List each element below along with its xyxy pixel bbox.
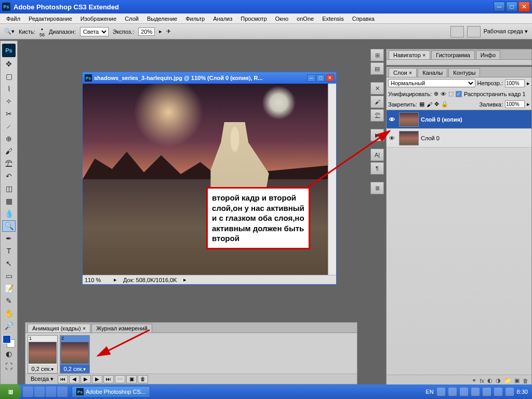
workspace-icon-button[interactable] [467, 26, 481, 37]
history-brush-tool[interactable]: ↶ [2, 170, 16, 182]
dock-tools-icon[interactable]: ✕ [370, 82, 384, 95]
new-layer-icon[interactable]: ▣ [514, 377, 520, 384]
doc-info[interactable]: Док: 508,0K/1016,0K [117, 277, 183, 283]
airbrush-icon[interactable]: ✈ [166, 28, 171, 35]
exposure-field[interactable]: 20% [138, 28, 155, 36]
ps-icon[interactable]: Ps [2, 44, 16, 57]
last-frame-button[interactable]: ⏭ [103, 375, 114, 383]
blur-tool[interactable]: 💧 [2, 208, 16, 219]
stamp-tool[interactable]: ⛱ [2, 158, 16, 169]
dock-brushes-icon[interactable]: 🖌 [370, 96, 384, 108]
prev-frame-button[interactable]: ◀ [69, 375, 79, 383]
lasso-tool[interactable]: ⌇ [2, 83, 16, 95]
frame-thumbnail[interactable] [29, 342, 57, 364]
layer-style-icon[interactable]: fx [480, 378, 484, 384]
tray-icon[interactable] [494, 388, 502, 396]
layer-mask-icon[interactable]: ◐ [487, 377, 493, 384]
menu-image[interactable]: Изображение [76, 15, 121, 23]
filebrowser-button[interactable] [450, 26, 464, 37]
wand-tool[interactable]: ✧ [2, 96, 16, 107]
eraser-tool[interactable]: ◫ [2, 183, 16, 194]
tray-icon[interactable] [448, 388, 457, 396]
first-frame-button[interactable]: ⏮ [58, 375, 68, 383]
tab-navigator[interactable]: Навигатор × [389, 50, 430, 59]
foreground-color[interactable] [3, 335, 11, 343]
tab-paths[interactable]: Контуры [448, 68, 480, 77]
layer-thumbnail[interactable] [399, 131, 419, 145]
quicklaunch-icon[interactable] [57, 387, 68, 397]
type-tool[interactable]: T [2, 245, 16, 257]
delete-layer-icon[interactable]: 🗑 [523, 378, 528, 384]
animation-frame[interactable]: 1 0,2 сек.▾ [28, 335, 58, 374]
notes-tool[interactable]: 📝 [2, 283, 16, 294]
workspace-dropdown[interactable]: Рабочая среда ▾ [484, 28, 528, 35]
dodge-tool[interactable]: 🔍 [2, 220, 16, 232]
fill-field[interactable] [505, 100, 525, 108]
tray-icon[interactable] [506, 388, 514, 396]
menu-view[interactable]: Просмотр [236, 15, 271, 23]
close-button[interactable]: ✕ [518, 2, 530, 12]
tab-animation[interactable]: Анимация (кадры) × [28, 324, 90, 332]
propagate-checkbox[interactable]: ✓ [456, 91, 462, 97]
lock-all-icon[interactable]: 🔒 [441, 101, 448, 108]
group-icon[interactable]: 📁 [504, 377, 511, 384]
layer-row[interactable]: 👁 Слой 0 [387, 129, 531, 148]
new-frame-button[interactable]: ▣ [126, 375, 137, 383]
start-button[interactable]: ⊞ [0, 384, 21, 399]
lock-pixels-icon[interactable]: 🖌 [427, 101, 432, 108]
lock-transparent-icon[interactable]: ▦ [419, 101, 424, 108]
tab-histogram[interactable]: Гистограмма [431, 50, 475, 59]
healing-tool[interactable]: ⊕ [2, 133, 16, 144]
range-select[interactable]: Света [80, 27, 109, 36]
tab-channels[interactable]: Каналы [418, 68, 447, 77]
quicklaunch-icon[interactable] [23, 387, 33, 397]
menu-edit[interactable]: Редактирование [24, 15, 76, 23]
unify-position-icon[interactable]: ⊕ [434, 90, 438, 97]
layer-name[interactable]: Слой 0 [421, 135, 440, 141]
tray-icon[interactable] [483, 388, 491, 396]
next-frame-button[interactable]: ▶ [92, 375, 102, 383]
menu-analysis[interactable]: Анализ [209, 15, 236, 23]
exposure-arrow-icon[interactable]: ▸ [159, 28, 162, 35]
opacity-field[interactable] [505, 79, 525, 87]
tab-info[interactable]: Инфо [476, 50, 500, 59]
language-indicator[interactable]: EN [425, 389, 433, 395]
maximize-button[interactable]: □ [506, 2, 517, 12]
doc-maximize-button[interactable]: □ [316, 74, 325, 82]
tween-button[interactable]: ⋯ [115, 375, 125, 383]
layer-row[interactable]: 👁 Слой 0 (копия) [387, 110, 531, 129]
zoom-field[interactable]: 110 % [83, 277, 114, 283]
tray-icon[interactable] [460, 388, 468, 396]
dock-clone-icon[interactable]: ⛱ [370, 109, 384, 122]
gradient-tool[interactable]: ▦ [2, 195, 16, 207]
blend-mode-select[interactable]: Нормальный [388, 79, 475, 87]
color-swatches[interactable] [3, 335, 15, 348]
opacity-arrow-icon[interactable]: ▸ [527, 80, 530, 87]
doc-minimize-button[interactable]: ─ [307, 74, 315, 82]
dock-color-icon[interactable]: ▤ [370, 62, 384, 75]
pen-tool[interactable]: ✒ [2, 233, 16, 244]
lock-position-icon[interactable]: ✥ [434, 101, 439, 108]
loop-select[interactable]: Всегда ▾ [28, 376, 57, 382]
path-select-tool[interactable]: ↖ [2, 258, 16, 269]
brush-preset[interactable]: •56 [39, 26, 45, 37]
frame-thumbnail[interactable] [61, 342, 89, 364]
minimize-button[interactable]: ─ [494, 2, 505, 12]
delete-frame-button[interactable]: 🗑 [138, 375, 148, 383]
docinfo-arrow-icon[interactable]: ▸ [183, 276, 187, 283]
hand-tool[interactable]: ✋ [2, 308, 16, 319]
doc-close-button[interactable]: ✕ [326, 74, 334, 82]
tab-layers[interactable]: Слои × [389, 68, 417, 77]
marquee-tool[interactable]: ▢ [2, 71, 16, 82]
menu-file[interactable]: Файл [2, 15, 24, 23]
taskbar-app-button[interactable]: Ps Adobe Photoshop CS... [72, 386, 150, 397]
menu-help[interactable]: Справка [348, 15, 379, 23]
move-tool[interactable]: ✥ [2, 58, 16, 70]
menu-extensis[interactable]: Extensis [318, 15, 348, 23]
clock[interactable]: 8:30 [517, 389, 528, 395]
tray-icon[interactable] [437, 388, 445, 396]
document-header[interactable]: Ps shadows_series_3-harlequin.jpg @ 110%… [83, 72, 336, 84]
quickmask-tool[interactable]: ◐ [2, 348, 16, 360]
crop-tool[interactable]: ✂ [2, 108, 16, 119]
frame-delay[interactable]: 0,2 сек.▾ [28, 365, 57, 373]
